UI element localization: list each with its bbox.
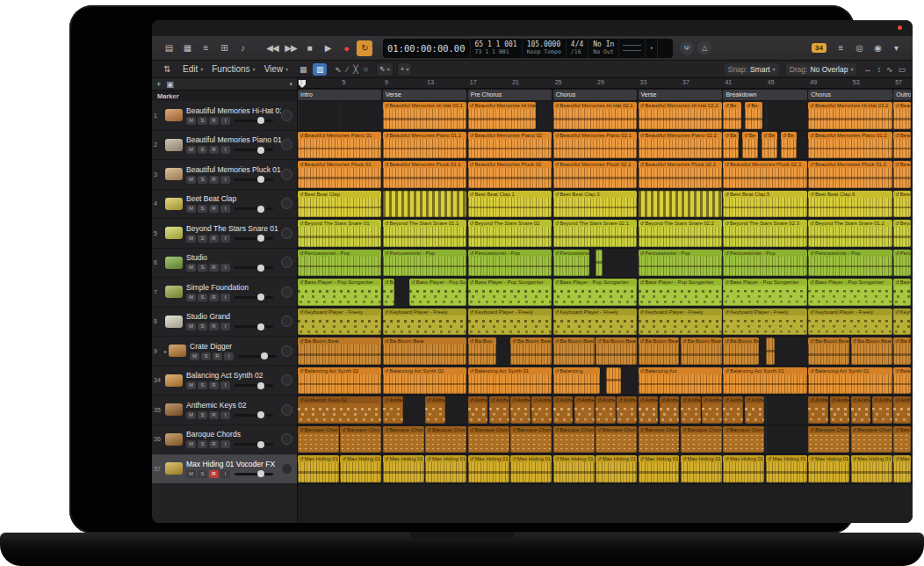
region[interactable] [639,191,722,218]
region[interactable]: ↺Anthe [553,396,574,424]
volume-slider[interactable] [235,207,273,210]
region[interactable]: ↺Balancing Act Synth 01 [468,367,552,395]
solo-button[interactable]: S [198,323,207,330]
mute-button[interactable]: M [186,470,196,478]
duplicate-track-button[interactable]: ▣ [166,80,174,89]
region[interactable]: ↺Beyond The Stars Snare 02.2 [639,220,722,247]
input-monitor-button[interactable]: I [220,205,230,213]
mute-button[interactable]: M [186,205,196,213]
stop-button[interactable]: ■ [301,40,317,56]
mute-button[interactable]: M [186,323,196,330]
region[interactable]: ↺Bass [383,279,394,306]
region[interactable]: ↺Beautiful Memories Pluck 02.3 [723,161,806,188]
arrangement-marker[interactable]: Chorus [808,90,892,100]
region[interactable]: ↺Ba-Boom Beat [723,337,759,365]
volume-thumb[interactable] [257,382,264,389]
region[interactable]: ↺Ba-Boom Beat [383,337,466,365]
more-options-icon[interactable]: ▾ [888,40,904,56]
region[interactable]: ↺Beet Beat Clap.6 [808,191,892,218]
region[interactable]: ↺Baroque Chords [468,426,509,454]
arrangement-marker[interactable]: Intro [298,90,381,100]
functions-menu[interactable]: Functions▾ [212,64,255,74]
pan-knob[interactable] [281,198,292,209]
mute-button[interactable]: M [186,440,196,448]
volume-slider[interactable] [235,384,273,387]
catch-playhead-icon[interactable]: ⇅ [159,62,175,77]
region[interactable]: ↺Bass Player - Pop Songwriter [723,279,806,306]
pointer-tool-icon[interactable]: ⇖ [335,65,342,74]
solo-button[interactable]: S [198,205,207,213]
region[interactable]: ↺Bass Player - Pop Songwriter [808,279,892,306]
region[interactable]: ↺Ba-B [893,337,911,365]
region[interactable] [606,367,621,395]
arrangement-marker[interactable]: Verse [383,90,466,100]
input-monitor-button[interactable]: I [220,117,230,125]
region[interactable]: ↺Beautiful Memories Hi-Hat 02.2 [639,102,722,129]
volume-slider[interactable] [238,355,277,358]
volume-thumb[interactable] [257,411,264,418]
volume-thumb[interactable] [257,294,264,301]
region[interactable]: ↺Beyond The Stars Snare 02 [468,220,552,247]
region[interactable]: ↺Anthe [510,396,531,424]
region[interactable]: ↺Keyboar [893,308,911,336]
region[interactable]: ↺Beyond The Stars Snare 01 [298,220,381,247]
track-header[interactable]: 9▸Crate DiggerMSRI [152,337,297,366]
region[interactable]: ↺Max Hid [893,455,911,483]
smart-controls-icon[interactable]: ≡ [198,40,213,56]
mute-button[interactable]: M [186,146,196,154]
record-enable-button[interactable]: R [209,205,219,213]
region[interactable]: ↺Keyboard Player - Freely [808,308,892,336]
solo-button[interactable]: S [198,176,207,184]
region[interactable]: ↺Balancing Act Synth 02 [298,367,381,395]
pan-knob[interactable] [281,139,292,150]
region[interactable]: ↺Beautifu [893,102,911,129]
region[interactable]: ↺Keyboard Player - Freely [639,308,722,336]
region[interactable]: ↺Anthe [893,396,911,424]
volume-slider[interactable] [235,473,273,475]
region[interactable]: ↺Beautifu [893,161,911,188]
region[interactable]: ↺Max Hiding 01 V [851,455,892,483]
disclosure-triangle-icon[interactable]: ▸ [164,348,167,354]
left-click-tool-selector[interactable]: ⇖▾ [376,62,393,76]
region[interactable]: ↺Percussionist - Pop [808,250,892,277]
region[interactable]: ↺Beautiful Memories Hi-Hat 03.2 [808,102,892,129]
region[interactable]: ↺Balancing Act Synth 02 [383,367,466,395]
track-header[interactable]: 2Beautiful Memories Piano 01MSRI [152,131,297,161]
region[interactable]: ↺Ba-Boom Beat [553,337,595,365]
region[interactable]: ↺Balancing Act Synth 01 [723,367,806,395]
volume-thumb[interactable] [257,235,264,242]
region[interactable]: ↺Max Hiding 01 V [723,455,764,483]
pan-knob[interactable] [281,110,292,121]
library-icon[interactable]: ▤ [161,40,177,56]
region[interactable]: ↺Percuss [893,250,911,277]
solo-button[interactable]: S [198,294,207,301]
mixer-icon[interactable]: ⊞ [216,40,232,56]
solo-button[interactable]: S [201,352,211,360]
region[interactable]: ↺Max Hiding 01 V [510,455,552,483]
tuner-icon[interactable]: Ψ [680,41,694,55]
list-view-icon[interactable]: ≡ [833,40,848,56]
record-enable-button[interactable]: R [209,440,219,448]
region[interactable]: ↺Ba-Boom Beat [639,337,680,365]
region[interactable]: ↺Beautiful Memories Hi-Hat 0 [468,102,536,129]
region[interactable]: ↺Anthe [617,396,637,424]
collaborate-icon[interactable]: ◉ [870,40,885,56]
region[interactable]: ↺Anthe [425,396,445,424]
track-header[interactable]: 7Simple FoundationMSRI [152,278,297,308]
region[interactable]: ↺Beyond [893,220,911,247]
record-enable-button[interactable]: R [209,146,219,154]
region[interactable]: ↺Beautiful Memories Pluck 02 [468,161,552,188]
grid-view-icon[interactable]: ▦ [296,63,310,76]
volume-thumb[interactable] [257,176,264,183]
arrangement-marker[interactable]: Verse [639,90,722,100]
region[interactable]: ↺Bass Pl [893,279,911,306]
input-monitor-button[interactable]: I [220,294,230,301]
solo-button[interactable]: S [198,411,207,419]
region[interactable]: ↺Ba [723,132,739,159]
volume-thumb[interactable] [257,470,264,477]
solo-button[interactable]: S [198,470,207,478]
volume-thumb[interactable] [257,206,264,213]
pan-knob[interactable] [281,433,292,445]
pan-knob[interactable] [281,228,292,239]
track-header[interactable]: 35Anthemic Keys 02MSRI [152,395,297,425]
